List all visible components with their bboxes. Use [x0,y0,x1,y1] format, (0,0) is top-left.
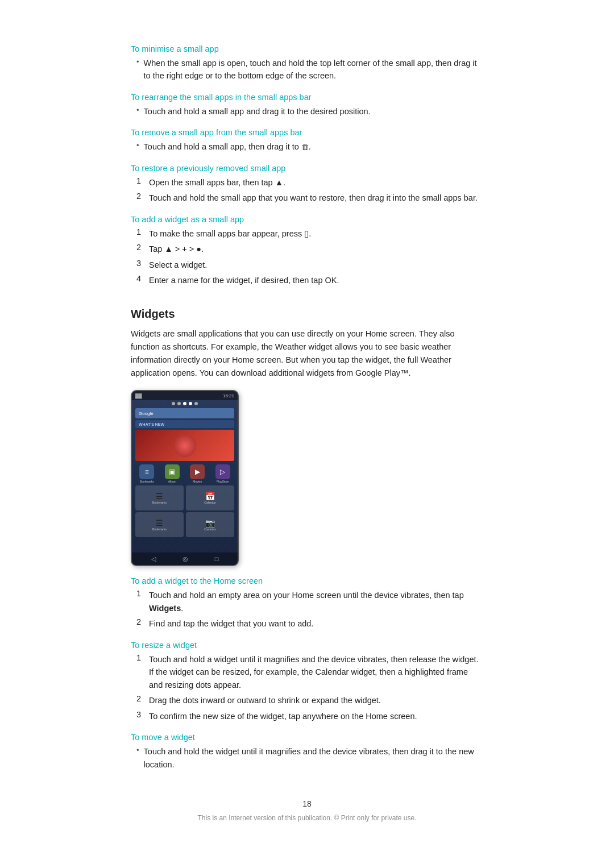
restore-section: To restore a previously removed small ap… [131,164,483,205]
resize-heading: To resize a widget [131,641,483,650]
widgets-heading: Widgets [131,308,483,321]
restore-step-2: 2 Touch and hold the small app that you … [136,192,483,204]
phone-time: 16:21 [223,393,234,398]
phone-app-label-movies: Movies [190,480,205,483]
phone-dot-4 [189,402,192,405]
phone-app-movies: ▶ Movies [190,464,205,483]
phone-recent-icon: □ [215,555,219,562]
widget-cameras-label: Cameras [204,528,215,531]
phone-app-icon-bookmarks: ≡ [139,464,154,479]
phone-signal-icon: ▓▓ [135,393,142,398]
phone-bottom-bar: ◁ ◎ □ [132,553,238,565]
add-small-app-step-3: 3 Select a widget. [136,259,483,271]
phone-dot-5 [194,402,198,405]
rearrange-heading: To rearrange the small apps in the small… [131,93,483,102]
add-widget-home-step-1: 1 Touch and hold an empty area on your H… [136,589,483,614]
bullet-dot-minimise: • [136,57,139,66]
phone-search-text: Google [139,411,154,416]
rearrange-text: Touch and hold a small app and drag it t… [144,105,371,118]
add-small-app-step-1: 1 To make the small apps bar appear, pre… [136,227,483,240]
add-widget-home-heading: To add a widget to the Home screen [131,576,483,585]
add-small-app-section: To add a widget as a small app 1 To make… [131,215,483,287]
add-small-app-step-4: 4 Enter a name for the widget, if desire… [136,274,483,286]
phone-app-label-bookmarks: Bookmarks [139,480,154,483]
phone-screen: ▓▓ 16:21 Google WHAT'S NEW [131,390,239,566]
minimise-text: When the small app is open, touch and ho… [144,57,483,82]
add-widget-home-section: To add a widget to the Home screen 1 Tou… [131,576,483,630]
bullet-dot-move: • [136,746,139,754]
resize-section: To resize a widget 1 Touch and hold a wi… [131,641,483,722]
widget-cameras-icon: 📷 [205,518,215,528]
widget-bookmarks-icon: ☰ [156,492,163,501]
widgets-bold: Widgets [149,604,181,613]
phone-widget-bookmarks: ☰ Bookmarks [135,485,184,510]
phone-app-label-album: Album [165,480,180,483]
widget-bookmarks-2-icon: ☰ [156,518,163,528]
phone-app-label-play: PlayStore [215,480,230,483]
remove-section: To remove a small app from the small app… [131,128,483,153]
phone-dot-3 [183,402,186,405]
phone-dots-row [132,400,238,407]
album-icon: ▣ [169,468,175,476]
restore-step-1: 1 Open the small apps bar, then tap ▲. [136,176,483,189]
minimise-section: To minimise a small app • When the small… [131,44,483,82]
phone-banner [135,430,234,461]
phone-icon-row: ≡ Bookmarks ▣ Album ▶ Movies [134,464,235,483]
phone-screenshot-container: ▓▓ 16:21 Google WHAT'S NEW [131,390,483,566]
move-text: Touch and hold the widget until it magni… [144,745,483,771]
resize-step-1: 1 Touch and hold a widget until it magni… [136,653,483,691]
bullet-dot-rearrange: • [136,106,139,114]
phone-app-icon-album: ▣ [165,464,180,479]
rearrange-section: To rearrange the small apps in the small… [131,93,483,118]
resize-step-3: 3 To confirm the new size of the widget,… [136,710,483,722]
move-heading: To move a widget [131,733,483,742]
phone-app-album: ▣ Album [165,464,180,483]
phone-widget-row-1: ☰ Bookmarks 📅 Calendar [135,485,234,510]
footer-note: This is an Internet version of this publ… [131,814,483,822]
widget-calendar-label: Calendar [204,501,215,504]
phone-app-bookmarks: ≡ Bookmarks [139,464,154,483]
movies-icon: ▶ [195,468,200,476]
move-bullet: • Touch and hold the widget until it mag… [136,745,483,771]
phone-whats-text: WHAT'S NEW [139,422,164,426]
page-number: 18 [131,799,483,808]
add-widget-home-step-2: 2 Find and tap the widget that you want … [136,617,483,630]
bookmarks-icon: ≡ [145,468,149,476]
minimise-bullet: • When the small app is open, touch and … [136,57,483,82]
phone-search-bar: Google [135,408,234,418]
remove-heading: To remove a small app from the small app… [131,128,483,137]
bullet-dot-remove: • [136,141,139,149]
minimise-heading: To minimise a small app [131,44,483,53]
phone-widget-bookmarks-2: ☰ Bookmarks [135,512,184,537]
phone-widget-row-2: ☰ Bookmarks 📷 Cameras [135,512,234,537]
phone-status-bar: ▓▓ 16:21 [132,391,238,400]
phone-app-icon-movies: ▶ [190,464,205,479]
phone-dot-1 [172,402,175,405]
trash-icon: 🗑 [301,142,309,153]
add-small-app-step-2: 2 Tap ▲ > + > ●. [136,243,483,255]
move-section: To move a widget • Touch and hold the wi… [131,733,483,771]
rearrange-bullet: • Touch and hold a small app and drag it… [136,105,483,118]
remove-bullet: • Touch and hold a small app, then drag … [136,140,483,153]
phone-widget-cameras: 📷 Cameras [186,512,234,537]
widgets-description: Widgets are small applications that you … [131,327,483,380]
phone-app-icon-play: ▷ [215,464,230,479]
add-small-app-heading: To add a widget as a small app [131,215,483,224]
phone-banner-decor [173,434,196,457]
widget-calendar-icon: 📅 [205,492,215,501]
widget-bookmarks-label: Bookmarks [152,501,167,504]
phone-dot-2 [177,402,181,405]
page: To minimise a small app • When the small… [85,0,529,868]
remove-text: Touch and hold a small app, then drag it… [144,140,311,153]
phone-widget-calendar: 📅 Calendar [186,485,234,510]
widget-bookmarks-2-label: Bookmarks [152,528,167,531]
restore-heading: To restore a previously removed small ap… [131,164,483,173]
phone-back-icon: ◁ [151,555,156,563]
phone-app-play: ▷ PlayStore [215,464,230,483]
play-icon: ▷ [220,468,225,476]
resize-step-2: 2 Drag the dots inward or outward to shr… [136,694,483,707]
phone-home-icon: ◎ [182,555,188,563]
phone-whats-new: WHAT'S NEW [135,420,234,428]
